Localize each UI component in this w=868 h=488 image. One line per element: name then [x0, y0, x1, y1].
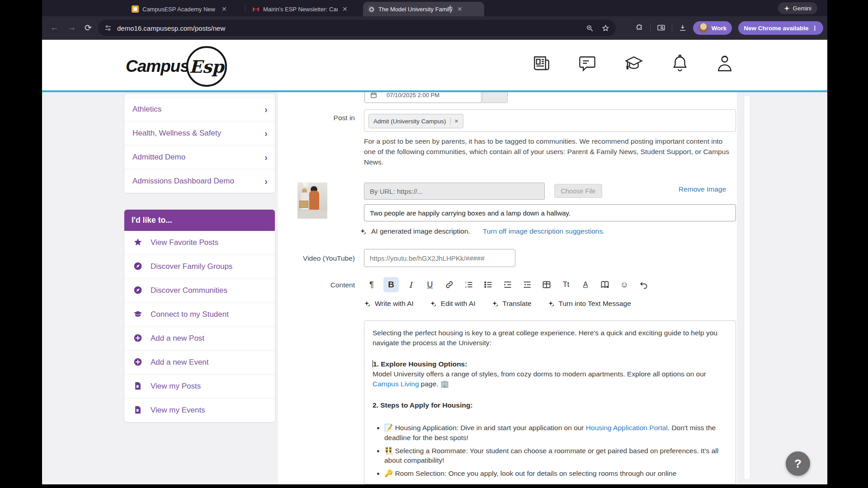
outdent-button[interactable] [519, 277, 535, 292]
underline-button[interactable]: U [422, 277, 438, 292]
sidebar-action-view-my-posts[interactable]: View my Posts [124, 375, 275, 399]
svg-text:2: 2 [465, 286, 467, 288]
sidebar-item-label: Admissions Dashboard Demo [132, 177, 234, 186]
sidebar-item-label: Admitted Demo [132, 153, 185, 162]
ai-button-label: Edit with AI [441, 300, 476, 308]
tab-model-university-active[interactable]: The Model University Family ✕ [363, 2, 484, 16]
text-color-button[interactable]: A [578, 277, 593, 292]
video-label: Video (YouTube) [277, 254, 355, 263]
ai-sparkle-icon [492, 300, 499, 307]
sidebar-action-label: Discover Family Groups [151, 262, 232, 271]
sidebar-action-label: View my Posts [151, 382, 201, 391]
ordered-list-button[interactable]: 12 [461, 277, 476, 292]
sidebar-item-health-wellness-safety[interactable]: Health, Wellness & Safety › [124, 122, 275, 145]
page-scrollbar[interactable] [744, 95, 750, 480]
emoji-button[interactable]: ☺ [617, 277, 632, 292]
sidebar-item-admissions-dashboard-demo[interactable]: Admissions Dashboard Demo › [124, 169, 275, 193]
gemini-button[interactable]: Gemini [778, 2, 817, 14]
ai-sparkle-icon [364, 300, 371, 307]
paragraph-button[interactable]: ¶ [364, 277, 379, 292]
table-button[interactable] [539, 277, 554, 292]
downloads-icon[interactable] [679, 24, 687, 32]
sidebar-action-view-favorite-posts[interactable]: View Favorite Posts [124, 231, 275, 255]
doc-icon [133, 381, 143, 391]
sidebar-action-add-a-new-event[interactable]: Add a new Event [124, 351, 275, 375]
address-bar[interactable]: demo16.campusesp.com/posts/new [98, 20, 616, 36]
editor-heading: 2. Steps to Apply for Housing: [373, 400, 727, 410]
write-with-ai-button[interactable]: Write with AI [364, 300, 414, 308]
forward-icon[interactable]: → [67, 23, 76, 33]
chevron-right-icon: › [264, 152, 268, 163]
grad-cap-icon [133, 310, 143, 319]
tab-campusesp-academy[interactable]: CampusESP Academy New U ✕ [127, 2, 243, 16]
choose-file-button[interactable]: Choose File [554, 184, 602, 198]
remove-image-link[interactable]: Remove Image [679, 185, 726, 193]
bold-button[interactable]: B [383, 277, 399, 292]
zoom-icon[interactable] [586, 24, 594, 32]
kebab-menu-icon[interactable]: ⋮ [812, 24, 818, 32]
editor-bullet: 🔑 Room Selection: Once you apply, look o… [384, 469, 727, 479]
help-button[interactable]: ? [786, 451, 810, 476]
tab-esp-newsletter[interactable]: Mairin's ESP Newsletter: Cam ✕ [248, 2, 361, 16]
update-chrome-button[interactable]: New Chrome available ⋮ [738, 21, 823, 35]
sidebar-action-discover-communities[interactable]: Discover Communities [124, 279, 275, 303]
logo-campus-text: Campus [126, 57, 189, 76]
reload-icon[interactable]: ⟳ [85, 23, 92, 33]
toolbar-divider [650, 24, 651, 32]
ai-actions-row: Write with AIEdit with AITranslateTurn i… [364, 300, 631, 308]
campusesp-logo[interactable]: Campus Esp [126, 46, 227, 87]
sidebar-action-connect-to-my-student[interactable]: Connect to my Student [124, 303, 275, 327]
text-size-button[interactable]: Tt [558, 277, 574, 292]
italic-button[interactable]: I [403, 277, 418, 292]
translate-button[interactable]: Translate [492, 300, 532, 308]
screen-search-icon[interactable] [657, 24, 665, 32]
tab-close-icon[interactable]: ✕ [342, 5, 348, 13]
video-url-input[interactable] [364, 249, 515, 267]
newspaper-icon[interactable] [531, 54, 552, 73]
bookmark-star-icon[interactable] [602, 24, 609, 32]
tab-close-icon[interactable]: ✕ [457, 5, 462, 13]
sidebar-item-admitted-demo[interactable]: Admitted Demo › [124, 145, 275, 169]
site-info-icon[interactable] [104, 24, 112, 32]
remove-tag-icon[interactable]: × [455, 117, 458, 125]
housing-portal-link[interactable]: Housing Application Portal [586, 424, 668, 432]
bell-icon[interactable] [670, 53, 689, 73]
site-header: Campus Esp [42, 40, 827, 92]
edit-with-ai-button[interactable]: Edit with AI [430, 300, 476, 308]
model-university-favicon-icon [368, 5, 375, 13]
undo-button[interactable] [636, 277, 651, 292]
content-editor[interactable]: Selecting the perfect housing is key to … [364, 320, 736, 484]
image-caption-input[interactable] [364, 204, 736, 221]
person-icon[interactable] [715, 53, 735, 73]
sidebar-action-discover-family-groups[interactable]: Discover Family Groups [124, 255, 275, 279]
profile-chip[interactable]: Work [693, 21, 732, 35]
turn-off-suggestions-link[interactable]: Turn off image description suggestions. [483, 227, 605, 235]
graduation-cap-icon[interactable] [623, 54, 645, 73]
campus-living-link[interactable]: Campus Living [373, 380, 419, 388]
link-button[interactable] [442, 277, 457, 292]
doc-icon [133, 405, 143, 415]
sidebar-action-label: View my Events [151, 406, 205, 415]
new-tab-button[interactable]: + [448, 3, 453, 13]
sidebar-action-add-a-new-post[interactable]: Add a new Post [124, 327, 275, 351]
bullet-list-button[interactable] [481, 277, 496, 292]
plus-icon [133, 333, 143, 343]
sidebar-categories: Athletics › Health, Wellness & Safety › … [124, 94, 275, 193]
compass-icon [133, 262, 143, 272]
post-in-field[interactable]: Admit (University Campus) × [364, 109, 736, 132]
extensions-icon[interactable] [636, 24, 644, 32]
update-label: New Chrome available [744, 25, 808, 32]
sidebar-action-view-my-events[interactable]: View my Events [124, 399, 275, 422]
chat-icon[interactable] [577, 54, 597, 73]
turn-into-text-message-button[interactable]: Turn into Text Message [548, 300, 631, 308]
sidebar-item-athletics[interactable]: Athletics › [124, 98, 275, 122]
indent-button[interactable] [500, 277, 515, 292]
back-icon[interactable]: ← [50, 23, 59, 33]
url-text[interactable]: demo16.campusesp.com/posts/new [117, 24, 225, 32]
image-url-input[interactable] [364, 183, 545, 200]
book-button[interactable] [597, 277, 613, 292]
tab-close-icon[interactable]: ✕ [222, 5, 227, 13]
community-tag[interactable]: Admit (University Campus) × [368, 114, 463, 128]
svg-text:1: 1 [465, 281, 467, 284]
editor-paragraph: Model University offers a range of style… [373, 369, 727, 389]
